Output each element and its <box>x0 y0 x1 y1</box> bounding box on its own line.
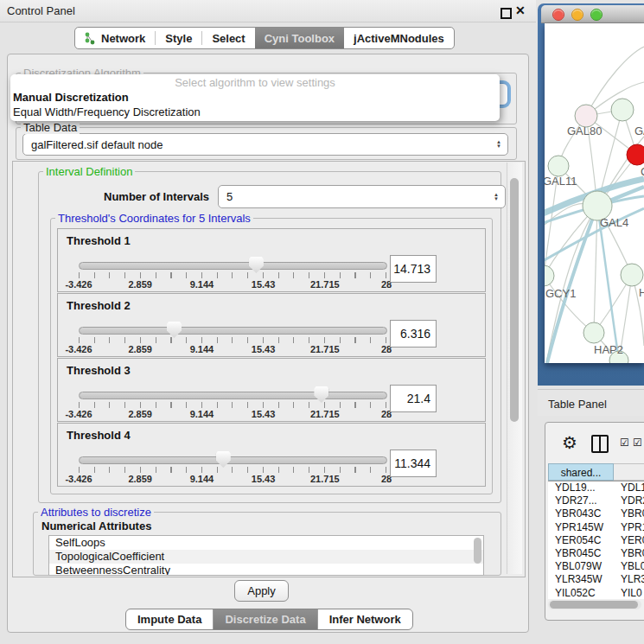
close-icon[interactable]: ✕ <box>515 3 526 17</box>
attribute-list-item[interactable]: SelfLoops <box>49 536 483 550</box>
popup-item-equal-width-frequency[interactable]: Equal Width/Frequency Discretization <box>10 105 500 119</box>
close-traffic-light-icon[interactable] <box>552 9 564 21</box>
slider-track[interactable] <box>79 456 387 464</box>
tick-label: 2.859 <box>128 344 152 354</box>
cell-shared-name[interactable]: YPR145W <box>548 521 614 534</box>
cell-shared-name[interactable]: YBR043C <box>548 507 614 520</box>
tab-discretize-data[interactable]: Discretize Data <box>213 609 316 629</box>
popup-item-manual-discretization[interactable]: Manual Discretization <box>10 90 500 105</box>
tab-select[interactable]: Select <box>202 28 254 48</box>
column-header-name[interactable]: na <box>614 463 644 481</box>
tab-network[interactable]: Network <box>75 28 155 48</box>
table-data-combobox[interactable]: galFiltered.sif default node ▲▼ <box>22 133 508 156</box>
spinner-arrows-icon: ▲▼ <box>494 193 499 201</box>
minimize-traffic-light-icon[interactable] <box>571 9 583 21</box>
control-panel-titlebar: Control Panel ✕ <box>0 0 536 22</box>
slider-thumb[interactable] <box>216 451 231 468</box>
threshold-2-slider[interactable]: -3.4262.8599.14415.4321.71528 <box>79 325 386 354</box>
slider-track[interactable] <box>79 392 387 399</box>
bottom-tabs: Impute Data Discretize Data Infer Networ… <box>125 609 413 630</box>
slider-ticks <box>79 272 386 278</box>
scrollbar-thumb[interactable] <box>474 538 481 564</box>
threshold-1-label: Threshold 1 <box>67 234 131 247</box>
network-node[interactable] <box>611 99 634 121</box>
cell-name[interactable]: YIL0 <box>614 587 642 600</box>
table-row[interactable]: YBL079WYBL0 <box>548 560 644 573</box>
table-row[interactable]: YPR145WYPR1 <box>548 521 644 534</box>
cell-name[interactable]: YBL0 <box>614 560 644 573</box>
table-data-title: Table Data <box>21 121 80 134</box>
slider-thumb[interactable] <box>249 257 264 273</box>
network-node[interactable] <box>621 264 643 286</box>
tab-style[interactable]: Style <box>156 28 201 48</box>
cell-shared-name[interactable]: YIL052C <box>548 587 614 600</box>
node-label: H <box>639 286 644 299</box>
network-node[interactable] <box>583 322 604 343</box>
tick-label: 21.715 <box>310 344 340 354</box>
threshold-3-slider[interactable]: -3.4262.8599.14415.4321.71528 <box>79 390 386 419</box>
number-of-intervals-combobox[interactable]: 5 ▲▼ <box>218 185 506 208</box>
threshold-4-slider[interactable]: -3.4262.8599.14415.4321.71528 <box>79 455 386 484</box>
tab-infer-network[interactable]: Infer Network <box>317 609 412 629</box>
cell-name[interactable]: YDR2 <box>614 494 644 507</box>
attribute-list-item[interactable]: BetweennessCentrality <box>49 564 483 576</box>
scrollbar-thumb[interactable] <box>510 178 519 422</box>
cell-name[interactable]: YER0 <box>614 534 644 547</box>
network-node[interactable] <box>545 265 554 286</box>
node-label: HAP2 <box>594 343 623 356</box>
column-header-shared-name[interactable]: shared... <box>548 463 614 481</box>
table-row[interactable]: YLR345WYLR3 <box>548 573 644 586</box>
slider-thumb[interactable] <box>167 322 182 338</box>
table-row[interactable]: YBR045CYBR0 <box>548 547 644 560</box>
scrollbar-thumb[interactable] <box>550 601 638 609</box>
slider-track[interactable] <box>79 262 387 270</box>
threshold-3-value-field[interactable]: 21.4 <box>390 385 437 412</box>
slider-thumb[interactable] <box>314 386 328 403</box>
table-row[interactable]: YDR27...YDR2 <box>548 494 644 507</box>
float-window-icon[interactable] <box>501 8 512 19</box>
slider-track[interactable] <box>79 327 387 335</box>
attribute-list-item[interactable]: TopologicalCoefficient <box>49 550 483 564</box>
cell-shared-name[interactable]: YER054C <box>548 534 614 547</box>
split-view-icon[interactable] <box>591 435 609 453</box>
threshold-2-value-field[interactable]: 6.316 <box>390 320 437 348</box>
cell-shared-name[interactable]: YBR045C <box>548 547 614 560</box>
table-row[interactable]: YBR043CYBR0 <box>548 507 644 520</box>
cell-shared-name[interactable]: YBL079W <box>548 560 614 573</box>
threshold-1-value-field[interactable]: 14.713 <box>390 255 437 283</box>
cell-name[interactable]: YBR0 <box>614 547 644 560</box>
node-attribute-table[interactable]: shared... na YDL19...YDL1YDR27...YDR2YBR… <box>548 463 644 599</box>
node-label: GAL11 <box>545 175 577 188</box>
table-row[interactable]: YIL052CYIL0 <box>548 587 644 600</box>
network-node[interactable] <box>548 156 569 176</box>
tick-label: 15.43 <box>252 344 276 354</box>
network-node[interactable] <box>627 144 644 165</box>
node-label: C <box>641 165 644 178</box>
tab-cyni-toolbox[interactable]: Cyni Toolbox <box>255 28 344 48</box>
threshold-2-box: Threshold 2 -3.4262.8599.14415.4321.7152… <box>57 293 486 357</box>
tab-jactivemnodules[interactable]: jActiveMNodules <box>344 28 454 48</box>
gear-icon[interactable]: ⚙ <box>562 432 577 453</box>
threshold-4-value-field[interactable]: 11.344 <box>390 450 437 477</box>
cell-shared-name[interactable]: YDR27... <box>548 494 614 507</box>
network-canvas[interactable]: GAL80GACGAL11GAL4GCY1HHAP2 <box>545 23 644 363</box>
cell-name[interactable]: YDL1 <box>614 481 644 494</box>
cell-shared-name[interactable]: YLR345W <box>548 573 614 586</box>
zoom-traffic-light-icon[interactable] <box>590 9 603 21</box>
table-row[interactable]: YER054CYER0 <box>548 534 644 547</box>
checkbox-icon[interactable]: ☑ <box>620 437 629 449</box>
apply-button[interactable]: Apply <box>234 580 289 602</box>
table-row[interactable]: YDL19...YDL1 <box>548 481 644 494</box>
settings-scrollbar[interactable] <box>507 163 522 574</box>
cell-shared-name[interactable]: YDL19... <box>548 481 614 494</box>
checkbox-icon[interactable]: ☑ <box>633 437 642 449</box>
tab-impute-data[interactable]: Impute Data <box>126 609 213 629</box>
cell-name[interactable]: YBR0 <box>614 507 644 520</box>
numerical-attributes-list[interactable]: SelfLoopsTopologicalCoefficientBetweenne… <box>48 535 484 576</box>
tick-label: 15.43 <box>252 474 276 484</box>
list-scrollbar[interactable] <box>474 538 481 571</box>
cell-name[interactable]: YLR3 <box>614 573 644 586</box>
cell-name[interactable]: YPR1 <box>614 521 644 534</box>
table-horizontal-scrollbar[interactable] <box>548 600 641 609</box>
threshold-1-slider[interactable]: -3.4262.8599.14415.4321.71528 <box>79 260 386 290</box>
